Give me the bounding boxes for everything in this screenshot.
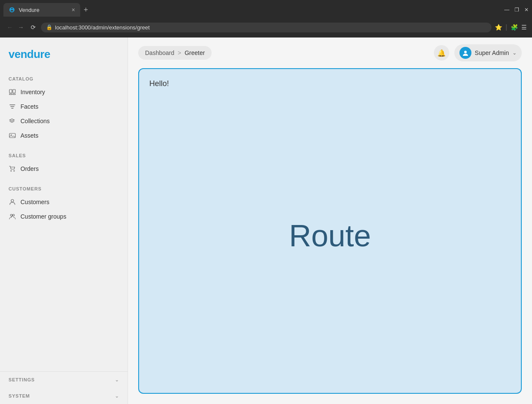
inventory-icon <box>9 88 16 96</box>
route-center: Route <box>149 88 511 383</box>
breadcrumb-separator: > <box>178 49 181 56</box>
sales-label: SALES <box>0 146 128 162</box>
svg-rect-1 <box>13 89 15 93</box>
lock-icon: 🔒 <box>46 24 52 30</box>
catalog-label: CATALOG <box>0 69 128 85</box>
top-bar: Dashboard > Greeter 🔔 Super Admin ⌄ <box>128 38 532 68</box>
notification-button[interactable]: 🔔 <box>434 45 449 61</box>
sidebar-item-customers[interactable]: Customers <box>0 195 128 209</box>
breadcrumb-current: Greeter <box>185 49 205 56</box>
top-bar-right: 🔔 Super Admin ⌄ <box>434 44 522 61</box>
sidebar-item-collections[interactable]: Collections <box>0 114 128 128</box>
route-text: Route <box>289 218 371 253</box>
assets-label: Assets <box>20 132 38 139</box>
orders-icon <box>9 165 16 173</box>
sales-section: SALES Orders <box>0 146 128 176</box>
svg-rect-2 <box>9 94 12 95</box>
tab-title: Vendure <box>19 7 39 13</box>
main-content: Dashboard > Greeter 🔔 Super Admin ⌄ <box>128 38 532 404</box>
address-text: localhost:3000/admin/extensions/greet <box>55 24 150 31</box>
user-name: Super Admin <box>475 49 509 56</box>
tab-close-button[interactable]: × <box>72 6 75 13</box>
sidebar-bottom: SETTINGS ⌄ SYSTEM ⌄ <box>0 371 128 404</box>
bell-icon: 🔔 <box>437 49 446 57</box>
app: vendure CATALOG Inventory Facets <box>0 38 532 404</box>
user-chevron-icon: ⌄ <box>512 50 517 56</box>
orders-label: Orders <box>20 165 39 172</box>
inventory-label: Inventory <box>20 89 45 95</box>
catalog-section: CATALOG Inventory Facets Collections <box>0 69 128 143</box>
bookmark-button[interactable]: ⭐ <box>495 24 502 31</box>
new-tab-button[interactable]: + <box>84 6 88 14</box>
close-button[interactable]: ✕ <box>524 7 529 13</box>
menu-button[interactable]: ☰ <box>521 24 527 31</box>
back-button[interactable]: ← <box>5 22 15 32</box>
svg-point-6 <box>11 170 12 171</box>
customers-section: CUSTOMERS Customers Customer groups <box>0 179 128 224</box>
svg-point-5 <box>11 135 12 136</box>
system-section[interactable]: SYSTEM ⌄ <box>0 388 128 404</box>
sidebar-item-facets[interactable]: Facets <box>0 99 128 114</box>
minimize-button[interactable]: — <box>504 7 509 13</box>
facets-label: Facets <box>20 103 38 110</box>
svg-rect-0 <box>9 89 12 93</box>
customers-icon <box>9 198 16 206</box>
settings-section[interactable]: SETTINGS ⌄ <box>0 372 128 388</box>
settings-label: SETTINGS <box>9 377 35 382</box>
logo-text: vendure <box>9 48 50 61</box>
customers-label: CUSTOMERS <box>0 179 128 195</box>
browser-chrome: Vendure × + — ❐ ✕ ← → ⟳ 🔒 localhost:3000… <box>0 0 532 38</box>
customer-groups-icon <box>9 213 16 220</box>
customers-nav-label: Customers <box>20 199 49 205</box>
svg-point-8 <box>11 199 14 202</box>
route-panel: Hello! Route <box>138 68 522 394</box>
sidebar: vendure CATALOG Inventory Facets <box>0 38 128 404</box>
svg-rect-3 <box>13 94 15 95</box>
breadcrumb-dashboard[interactable]: Dashboard <box>145 49 174 56</box>
avatar <box>459 47 471 59</box>
address-bar[interactable]: 🔒 localhost:3000/admin/extensions/greet <box>41 23 491 32</box>
sidebar-logo: vendure <box>0 38 128 69</box>
extensions-button[interactable]: 🧩 <box>511 24 518 31</box>
settings-chevron-icon: ⌄ <box>115 377 119 383</box>
window-controls: — ❐ ✕ <box>504 7 529 13</box>
system-chevron-icon: ⌄ <box>115 393 119 399</box>
tab-favicon <box>9 6 15 13</box>
maximize-button[interactable]: ❐ <box>515 7 519 13</box>
user-menu[interactable]: Super Admin ⌄ <box>454 44 522 61</box>
sidebar-item-inventory[interactable]: Inventory <box>0 85 128 99</box>
collections-label: Collections <box>20 118 49 124</box>
assets-icon <box>9 132 16 139</box>
system-label: SYSTEM <box>9 393 30 398</box>
nav-separator: | <box>506 23 507 31</box>
svg-point-9 <box>10 214 12 216</box>
refresh-button[interactable]: ⟳ <box>29 22 38 32</box>
title-bar: Vendure × + — ❐ ✕ <box>0 0 532 17</box>
sidebar-item-orders[interactable]: Orders <box>0 162 128 176</box>
nav-bar: ← → ⟳ 🔒 localhost:3000/admin/extensions/… <box>0 17 532 38</box>
customer-groups-label: Customer groups <box>20 213 66 220</box>
nav-arrows: ← → <box>5 22 26 32</box>
content-area: Hello! Route <box>128 68 532 404</box>
facets-icon <box>9 103 16 110</box>
svg-point-7 <box>14 170 15 171</box>
svg-rect-4 <box>9 133 15 138</box>
sidebar-item-customer-groups[interactable]: Customer groups <box>0 209 128 224</box>
sidebar-item-assets[interactable]: Assets <box>0 128 128 143</box>
nav-actions: ⭐ | 🧩 ☰ <box>495 23 527 31</box>
hello-text: Hello! <box>149 79 511 88</box>
collections-icon <box>9 117 16 125</box>
forward-button[interactable]: → <box>16 22 26 32</box>
browser-tab[interactable]: Vendure × <box>3 3 80 17</box>
svg-point-11 <box>464 51 467 53</box>
breadcrumb: Dashboard > Greeter <box>138 46 212 60</box>
